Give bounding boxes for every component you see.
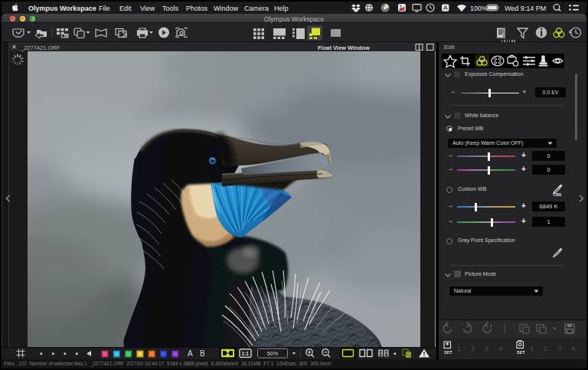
svg-text:1: 1: [457, 344, 461, 352]
svg-text:1:1: 1:1: [242, 351, 250, 356]
svg-text:3: 3: [485, 344, 488, 352]
svg-text:SET: SET: [444, 350, 452, 355]
svg-text:B: B: [200, 349, 205, 358]
svg-text:4: 4: [498, 344, 502, 352]
svg-text:SET: SET: [517, 350, 525, 355]
svg-text:2: 2: [544, 344, 547, 352]
svg-text:50%: 50%: [267, 350, 279, 357]
svg-text:CWB: CWB: [554, 193, 562, 197]
svg-text:A: A: [188, 349, 193, 358]
svg-text:3: 3: [557, 344, 561, 352]
svg-text:2: 2: [471, 344, 475, 352]
svg-text:1: 1: [530, 344, 534, 352]
svg-text:4: 4: [571, 344, 575, 352]
